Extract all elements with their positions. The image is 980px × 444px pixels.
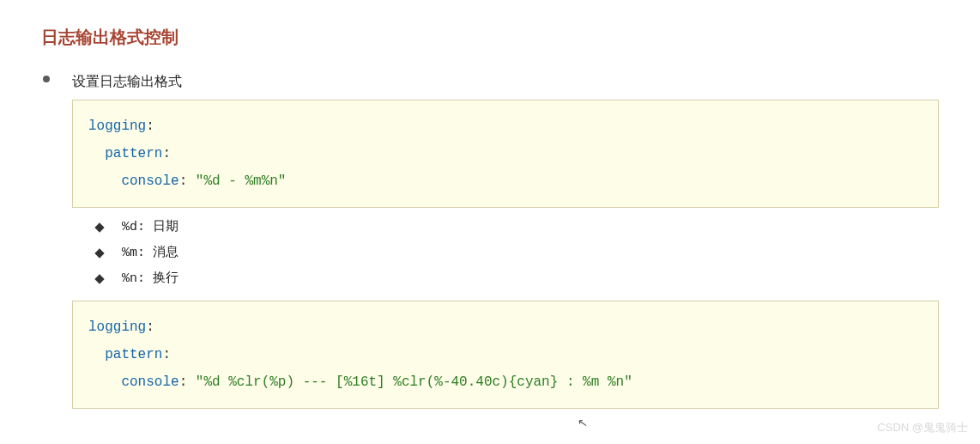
code-key: logging (88, 119, 146, 134)
note-text: %d: 日期 (122, 220, 178, 234)
note-text: %m: 消息 (122, 246, 178, 260)
page-title: 日志输出格式控制 (41, 26, 939, 49)
code-key: pattern (105, 347, 162, 362)
note-text: %n: 换行 (122, 271, 178, 286)
list-item: %n: 换行 (96, 266, 939, 292)
code-key: logging (88, 319, 146, 335)
item-label: 设置日志输出格式 (72, 73, 939, 91)
bullet-icon (43, 76, 50, 82)
watermark: CSDN @鬼鬼骑士 (877, 420, 968, 435)
code-block-2: logging: pattern: console: "%d %clr(%p) … (72, 301, 939, 409)
outer-list: 设置日志输出格式 logging: pattern: console: "%d … (41, 73, 939, 409)
diamond-icon (94, 222, 104, 232)
outer-list-item: 设置日志输出格式 logging: pattern: console: "%d … (41, 73, 939, 409)
code-key: pattern (105, 146, 162, 161)
code-string: "%d %clr(%p) --- [%16t] %clr(%-40.40c){c… (196, 374, 632, 390)
diamond-icon (94, 248, 104, 258)
code-block-1: logging: pattern: console: "%d - %m%n" (72, 100, 939, 208)
code-key: console (121, 173, 178, 189)
list-item: %d: 日期 (96, 215, 939, 240)
cursor-icon: ↖ (577, 415, 590, 430)
diamond-icon (94, 274, 104, 283)
code-key: console (121, 374, 178, 390)
list-item: %m: 消息 (96, 240, 939, 266)
inner-list: %d: 日期 %m: 消息 %n: 换行 (72, 215, 939, 292)
code-string: "%d - %m%n" (196, 173, 287, 189)
